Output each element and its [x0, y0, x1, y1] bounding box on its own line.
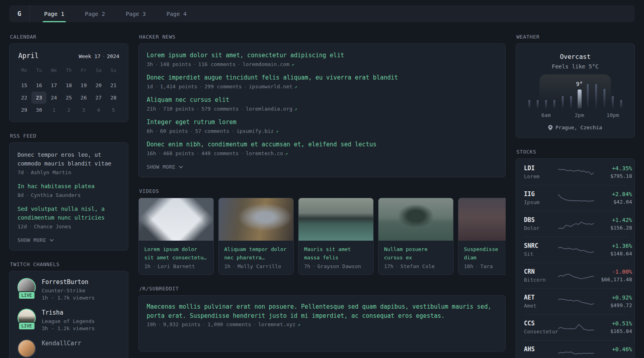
stock-id: AHS: [524, 346, 558, 358]
separator-dot: ·: [238, 61, 241, 67]
item-source-link[interactable]: loremdomain.com↗: [242, 61, 294, 67]
calendar-card: April Week 17·2024 MoTuWeThFrSaSu 151617…: [9, 43, 128, 122]
stocks-card: LDILorem+4.35%$795.18IIGIpsum+2.84%$42.0…: [516, 158, 635, 358]
separator-dot: ·: [158, 321, 161, 327]
separator-dot: ·: [253, 321, 256, 327]
video-meta: 17h·Stefan Cole: [384, 263, 448, 269]
calendar-day: 1: [47, 104, 61, 116]
item-source-link[interactable]: ipsumify.biz↗: [237, 128, 279, 134]
section-header-weather: WEATHER: [516, 34, 635, 40]
separator-dot: ·: [155, 84, 158, 90]
stock-row[interactable]: SNRCSit+1.36%$148.64: [523, 237, 627, 263]
stock-row[interactable]: AETAmet+0.92%$499.72: [523, 288, 627, 314]
hackernews-item-title[interactable]: Donec enim nibh, condimentum et accumsan…: [147, 140, 497, 149]
stock-values: +0.92%$499.72: [594, 294, 632, 309]
stock-sparkline: [558, 347, 594, 358]
stock-row[interactable]: DBSDolor+1.42%$156.28: [523, 211, 627, 237]
hackernews-item-title[interactable]: Donec imperdiet augue tincidunt felis al…: [147, 74, 497, 82]
item-source-link[interactable]: loremlandia.org↗: [246, 106, 297, 112]
video-title-line: Suspendisse: [464, 245, 506, 253]
hackernews-item-title[interactable]: Integer eget rutrum lorem: [147, 118, 497, 126]
hackernews-item-title[interactable]: Lorem ipsum dolor sit amet, consectetur …: [147, 51, 497, 60]
channel-info: TrishaLeague of Legends3h · 1.2k viewers: [42, 309, 95, 331]
section-header-rss: RSS FEED: [10, 133, 128, 139]
video-thumbnail[interactable]: [378, 198, 453, 241]
sparkline-chart: [558, 192, 594, 204]
hackernews-item-title[interactable]: Aliquam nec cursus elit: [147, 96, 497, 104]
rss-show-more-button[interactable]: SHOW MORE: [17, 237, 120, 243]
item-source-link[interactable]: loremnet.xyz↗: [258, 321, 300, 327]
weather-bar: [562, 96, 564, 109]
twitch-channel-row[interactable]: KendallCarr: [17, 339, 120, 358]
reddit-post-title[interactable]: Maecenas mollis pulvinar erat non posuer…: [147, 302, 497, 321]
separator-dot: ·: [102, 53, 105, 59]
item-comments: 57 comments: [195, 128, 229, 134]
video-title[interactable]: Aliquam tempor dolornec pharetra…: [224, 245, 288, 262]
video-title-line: nec pharetra…: [224, 253, 288, 262]
section-header-hackernews: HACKER NEWS: [139, 34, 506, 40]
tab-page-4[interactable]: Page 4: [161, 5, 192, 22]
video-thumbnail[interactable]: [139, 198, 213, 241]
item-meta: 12d·Chance Jones: [17, 224, 120, 230]
rss-item-title[interactable]: Sed volutpat nulla nisl, a condimentum n…: [17, 204, 120, 222]
weather-bar: [570, 96, 572, 109]
rss-item-title[interactable]: Donec tempor eros leo, ut commodo mauris…: [17, 150, 120, 168]
weekday-label: Sa: [91, 65, 106, 76]
stock-row[interactable]: LDILorem+4.35%$795.18: [523, 160, 627, 185]
stock-name: Amet: [524, 303, 558, 309]
item-source-link[interactable]: loremtech.co↗: [246, 150, 288, 156]
subreddit-widget: /R/SUBREDDIT Maecenas mollis pulvinar er…: [138, 286, 506, 352]
rss-item-title[interactable]: In hac habitasse platea: [17, 182, 120, 191]
twitch-channel-row[interactable]: LIVETrishaLeague of Legends3h · 1.2k vie…: [17, 309, 120, 331]
item-age: 1h: [224, 263, 231, 269]
stock-name: Bitcorn: [524, 277, 558, 283]
stock-id: CRNBitcorn: [524, 268, 558, 283]
hackernews-item-list: Lorem ipsum dolor sit amet, consectetur …: [147, 51, 497, 156]
video-title[interactable]: Nullam posuerecursus ex: [384, 245, 448, 262]
separator-dot: ·: [155, 61, 158, 67]
item-comments: 579 comments: [201, 106, 239, 112]
item-age: 7d: [17, 169, 24, 175]
item-age: 6h: [147, 128, 153, 134]
channel-name: KendallCarr: [42, 340, 81, 347]
stock-row[interactable]: CRNBitcorn-1.00%$66,171.48: [523, 263, 627, 288]
tab-page-1[interactable]: Page 1: [39, 5, 70, 22]
channel-viewers: 3h · 1.2k viewers: [42, 325, 95, 331]
channel-info: KendallCarr: [42, 339, 81, 347]
item-meta: 6h·60 points·57 comments·ipsumify.biz↗: [147, 128, 497, 134]
tab-page-3[interactable]: Page 3: [120, 5, 151, 22]
weather-time-label: 6am: [541, 112, 551, 118]
hackernews-item: Lorem ipsum dolor sit amet, consectetur …: [147, 51, 497, 67]
tab-page-2[interactable]: Page 2: [80, 5, 111, 22]
separator-dot: ·: [395, 263, 398, 269]
calendar-day: 18: [61, 79, 76, 91]
twitch-channel-row[interactable]: LIVEForrestBurtonCounter-Strike1h · 1.7k…: [17, 278, 120, 301]
avatar-wrap: LIVE: [17, 278, 36, 296]
stock-row[interactable]: IIGIpsum+2.84%$42.04: [523, 185, 627, 211]
video-thumbnail[interactable]: [458, 198, 506, 241]
video-card: Nullam posuerecursus ex17h·Stefan Cole: [378, 198, 454, 275]
video-thumbnail[interactable]: [219, 198, 293, 241]
video-title[interactable]: Mauris sit ametmassa felis: [304, 245, 368, 262]
weather-widget: WEATHER Overcast Feels like 5°C 9° 6am2p…: [516, 34, 635, 138]
hackernews-show-more-button[interactable]: SHOW MORE: [147, 164, 497, 170]
stock-values: +0.51%$165.84: [594, 320, 632, 335]
stock-row[interactable]: CCSConsectetur+0.51%$165.84: [523, 314, 627, 340]
hackernews-item: Donec imperdiet augue tincidunt felis al…: [147, 74, 497, 90]
stock-row[interactable]: AHS+0.46%: [523, 340, 627, 358]
video-thumbnail[interactable]: [299, 198, 373, 241]
video-title[interactable]: Suspendissediam: [464, 245, 506, 262]
section-header-calendar: CALENDAR: [10, 34, 128, 40]
separator-dot: ·: [155, 128, 158, 134]
item-meta: 8d·Cynthia Saunders: [17, 192, 120, 198]
separator-dot: ·: [158, 150, 161, 156]
weather-condition: Overcast: [523, 53, 627, 60]
item-age: 17h: [384, 263, 393, 269]
item-comments: 299 comments: [204, 84, 242, 90]
section-header-stocks: STOCKS: [516, 149, 635, 155]
item-source-link[interactable]: ipsumworld.net↗: [249, 84, 297, 90]
video-title[interactable]: Lorem ipsum dolorsit amet consectetu…: [144, 245, 208, 262]
video-card: Mauris sit ametmassa felis7h·Grayson Daw…: [298, 198, 374, 275]
calendar-weekday-row: MoTuWeThFrSaSu: [17, 63, 121, 76]
hackernews-item: Integer eget rutrum lorem6h·60 points·57…: [147, 118, 497, 134]
